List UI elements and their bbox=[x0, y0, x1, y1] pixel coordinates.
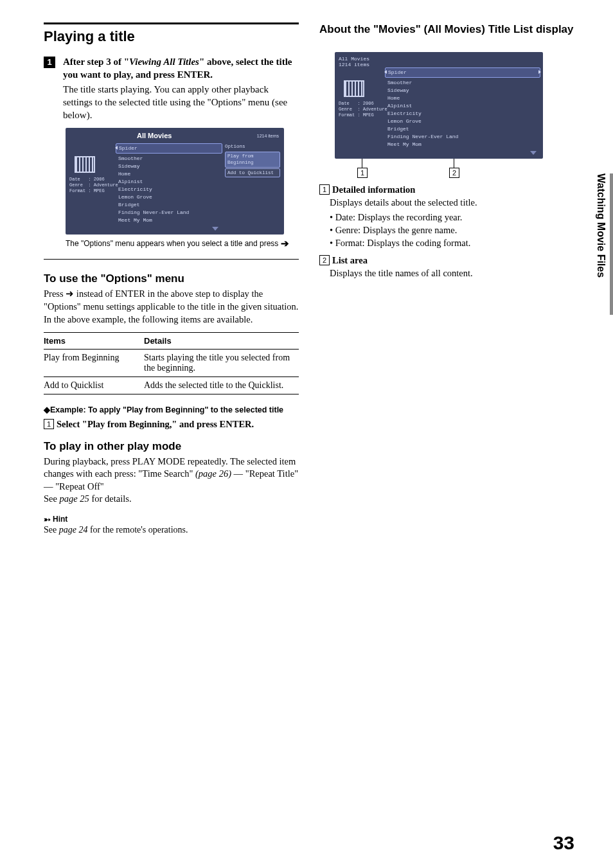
section-heading: About the "Movies" (All Movies) Title Li… bbox=[319, 22, 574, 37]
subsection-heading: To play in other play mode bbox=[44, 440, 299, 453]
step-1: 1 After step 3 of "Viewing All Titles" a… bbox=[44, 55, 299, 121]
table-header: Details bbox=[144, 333, 299, 350]
bullet: Genre: Displays the genre name. bbox=[330, 224, 574, 236]
step-description: The title starts playing. You can apply … bbox=[63, 83, 299, 122]
shot-meta-date: Date : 2006 bbox=[339, 101, 384, 107]
description-item: 1Detailed information Displays details a… bbox=[319, 183, 574, 249]
shot-meta-genre: Genre : Adventure bbox=[339, 107, 384, 112]
hint-heading: ➳Hint bbox=[44, 515, 299, 524]
body-text: During playback, press PLAY MODE repeate… bbox=[44, 456, 299, 493]
bullet: Format: Displays the coding format. bbox=[330, 236, 574, 249]
boxed-number-icon: 1 bbox=[44, 419, 54, 429]
shot-meta-format: Format : MPEG bbox=[339, 112, 384, 118]
table-header: Items bbox=[44, 333, 144, 350]
options-table: Items Details Play from Beginning Starts… bbox=[44, 332, 299, 394]
boxed-number-icon: 2 bbox=[319, 255, 330, 265]
scroll-down-icon bbox=[212, 227, 218, 231]
screenshot-caption: The "Options" menu appears when you sele… bbox=[66, 238, 299, 249]
shot-item-count: 1214 items bbox=[339, 62, 539, 67]
table-row: Add to Quicklist Adds the selected title… bbox=[44, 377, 299, 394]
table-row: Play from Beginning Starts playing the t… bbox=[44, 350, 299, 377]
shot-title-list: Spider Smoother Sideway Home Alpinist El… bbox=[118, 143, 221, 231]
shot-options-panel: Options Play from Beginning Add to Quick… bbox=[225, 143, 280, 231]
subsection-heading: To use the "Options" menu bbox=[44, 272, 299, 285]
step-number-badge: 1 bbox=[44, 57, 55, 68]
hint-text: See page 24 for the remote's operations. bbox=[44, 524, 299, 536]
scroll-down-icon bbox=[530, 151, 537, 155]
page-number: 33 bbox=[553, 832, 574, 854]
film-reel-icon bbox=[75, 156, 95, 173]
film-reel-icon bbox=[344, 80, 364, 97]
body-text: Press ➜ instead of ENTER in the above st… bbox=[44, 288, 299, 326]
callout-2: 2 bbox=[449, 168, 459, 178]
bullet: Date: Displays the recording year. bbox=[330, 211, 574, 224]
shot-title-list: Spider Smoother Sideway Home Alpinist El… bbox=[387, 67, 539, 155]
shot-meta-genre: Genre : Adventure bbox=[69, 182, 114, 188]
screenshot-options-menu: All Movies 1214 items Date : 2006 Genre … bbox=[66, 128, 284, 235]
example-step: 1Select "Play from Beginning," and press… bbox=[44, 418, 299, 431]
hint-icon: ➳ bbox=[44, 515, 51, 524]
boxed-number-icon: 1 bbox=[319, 184, 330, 195]
shot-selected-item: Spider bbox=[385, 67, 540, 78]
chapter-tab: Watching Movie Files bbox=[599, 173, 613, 315]
shot-title: All Movies bbox=[339, 56, 539, 62]
step-instruction: After step 3 of "Viewing All Titles" abo… bbox=[63, 55, 299, 82]
shot-meta-format: Format : MPEG bbox=[69, 188, 114, 194]
see-reference: See page 25 for details. bbox=[44, 493, 299, 506]
callout-1: 1 bbox=[357, 168, 368, 178]
shot-meta-date: Date : 2006 bbox=[69, 177, 114, 182]
shot-selected-item: Spider bbox=[116, 143, 222, 154]
description-item: 2List area Displays the title names of a… bbox=[319, 254, 574, 280]
screenshot-title-list: All Movies 1214 items Date : 2006 Genre … bbox=[335, 52, 543, 159]
example-heading: ◆Example: To apply "Play from Beginning"… bbox=[44, 405, 299, 414]
shot-item-count: 1214 items bbox=[257, 134, 279, 138]
section-heading: Playing a title bbox=[44, 28, 299, 45]
callouts: 1 2 bbox=[335, 159, 543, 177]
